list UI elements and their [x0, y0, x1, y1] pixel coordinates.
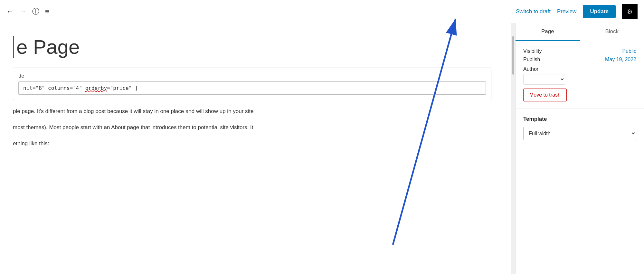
publish-value[interactable]: May 19, 2022	[605, 57, 636, 62]
move-to-trash-button[interactable]: Move to trash	[523, 89, 567, 101]
scrollbar-thumb	[512, 36, 514, 75]
undo-icon[interactable]: ←	[6, 7, 14, 16]
template-label: Template	[523, 116, 636, 122]
visibility-row: Visibility Public	[523, 48, 636, 54]
body-text-3: ething like this:	[13, 139, 491, 148]
body-text-1: ple page. It's different from a blog pos…	[13, 107, 491, 116]
code-label: de	[18, 73, 486, 79]
author-section: Author	[523, 66, 636, 85]
sidebar: Page Block Visibility Public Publish May…	[515, 23, 644, 274]
settings-button[interactable]: ⚙	[622, 4, 638, 19]
update-button[interactable]: Update	[583, 5, 616, 18]
redo-icon[interactable]: →	[19, 7, 26, 16]
page-settings-section: Visibility Public Publish May 19, 2022 A…	[516, 41, 644, 109]
template-select[interactable]: Full width	[523, 127, 636, 140]
toolbar-right: Switch to draft Preview Update ⚙	[516, 4, 638, 19]
sidebar-content: Visibility Public Publish May 19, 2022 A…	[516, 41, 644, 274]
page-title: e Page	[13, 36, 491, 58]
move-to-trash-container: Move to trash	[523, 85, 636, 101]
body-text-2: most themes). Most people start with an …	[13, 123, 491, 132]
code-block-inner[interactable]: nit="8" columns="4" orderby="price" ]	[18, 81, 486, 95]
code-block-outer[interactable]: de nit="8" columns="4" orderby="price" ]	[13, 68, 491, 100]
info-icon[interactable]: ⓘ	[32, 7, 39, 16]
tab-page[interactable]: Page	[516, 23, 580, 41]
publish-row: Publish May 19, 2022	[523, 57, 636, 62]
editor-area: e Page de nit="8" columns="4" orderby="p…	[0, 23, 511, 274]
gear-icon: ⚙	[627, 8, 633, 15]
visibility-label: Visibility	[523, 48, 542, 54]
switch-to-draft-button[interactable]: Switch to draft	[516, 8, 551, 15]
scrollbar[interactable]	[511, 23, 515, 274]
toolbar: ← → ⓘ ≡ Switch to draft Preview Update ⚙	[0, 0, 644, 23]
author-select[interactable]	[523, 74, 565, 85]
list-icon[interactable]: ≡	[45, 7, 50, 16]
code-text-prefix: nit="8" columns="4"	[23, 85, 85, 91]
tab-block[interactable]: Block	[580, 23, 644, 41]
code-text-orderby: orderby	[85, 85, 107, 91]
toolbar-left: ← → ⓘ ≡	[6, 7, 516, 16]
visibility-value[interactable]: Public	[622, 48, 636, 54]
template-section: Template Full width	[516, 109, 644, 147]
main-layout: e Page de nit="8" columns="4" orderby="p…	[0, 23, 644, 274]
preview-button[interactable]: Preview	[557, 8, 576, 15]
code-text-suffix: ="price" ]	[107, 85, 138, 91]
sidebar-tabs: Page Block	[516, 23, 644, 41]
publish-label: Publish	[523, 57, 540, 62]
author-label: Author	[523, 66, 538, 72]
